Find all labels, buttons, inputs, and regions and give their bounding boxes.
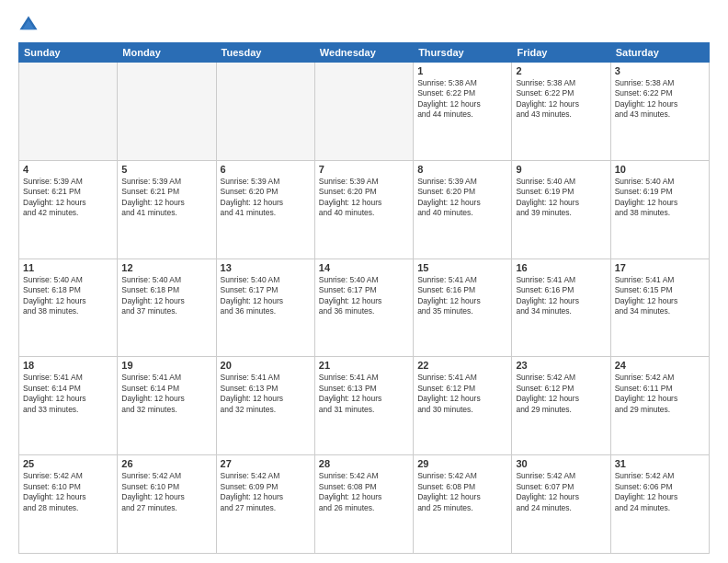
day-info: Sunrise: 5:39 AM Sunset: 6:21 PM Dayligh… bbox=[23, 177, 113, 219]
day-info: Sunrise: 5:41 AM Sunset: 6:14 PM Dayligh… bbox=[23, 373, 113, 415]
calendar-day-30: 30Sunrise: 5:42 AM Sunset: 6:07 PM Dayli… bbox=[512, 455, 610, 554]
calendar-day-26: 26Sunrise: 5:42 AM Sunset: 6:10 PM Dayli… bbox=[118, 455, 216, 554]
day-info: Sunrise: 5:40 AM Sunset: 6:18 PM Dayligh… bbox=[23, 275, 113, 317]
logo-icon bbox=[18, 15, 39, 35]
calendar-day-6: 6Sunrise: 5:39 AM Sunset: 6:20 PM Daylig… bbox=[216, 160, 314, 259]
day-number: 22 bbox=[417, 360, 507, 371]
calendar-day-2: 2Sunrise: 5:38 AM Sunset: 6:22 PM Daylig… bbox=[512, 63, 610, 161]
calendar-empty bbox=[118, 63, 216, 161]
day-info: Sunrise: 5:38 AM Sunset: 6:22 PM Dayligh… bbox=[615, 78, 705, 121]
calendar-day-29: 29Sunrise: 5:42 AM Sunset: 6:08 PM Dayli… bbox=[414, 455, 512, 554]
day-number: 25 bbox=[23, 458, 113, 469]
calendar-day-23: 23Sunrise: 5:42 AM Sunset: 6:12 PM Dayli… bbox=[512, 357, 610, 455]
header bbox=[18, 15, 710, 35]
day-number: 30 bbox=[516, 458, 606, 469]
day-number: 2 bbox=[516, 65, 606, 76]
calendar-day-9: 9Sunrise: 5:40 AM Sunset: 6:19 PM Daylig… bbox=[512, 160, 610, 259]
day-header-saturday: Saturday bbox=[610, 43, 709, 63]
calendar-day-24: 24Sunrise: 5:42 AM Sunset: 6:11 PM Dayli… bbox=[610, 357, 709, 455]
calendar-day-14: 14Sunrise: 5:40 AM Sunset: 6:17 PM Dayli… bbox=[314, 259, 413, 357]
day-info: Sunrise: 5:38 AM Sunset: 6:22 PM Dayligh… bbox=[417, 78, 507, 121]
calendar-day-11: 11Sunrise: 5:40 AM Sunset: 6:18 PM Dayli… bbox=[19, 259, 118, 357]
day-header-thursday: Thursday bbox=[414, 43, 512, 63]
day-info: Sunrise: 5:40 AM Sunset: 6:17 PM Dayligh… bbox=[319, 275, 409, 317]
day-info: Sunrise: 5:41 AM Sunset: 6:13 PM Dayligh… bbox=[221, 373, 311, 415]
day-number: 20 bbox=[221, 360, 311, 371]
day-number: 7 bbox=[319, 164, 409, 175]
calendar-week-5: 25Sunrise: 5:42 AM Sunset: 6:10 PM Dayli… bbox=[19, 455, 710, 554]
calendar-day-31: 31Sunrise: 5:42 AM Sunset: 6:06 PM Dayli… bbox=[610, 455, 709, 554]
day-number: 19 bbox=[121, 360, 211, 371]
day-number: 3 bbox=[615, 65, 705, 76]
day-info: Sunrise: 5:42 AM Sunset: 6:10 PM Dayligh… bbox=[23, 471, 113, 513]
calendar-day-22: 22Sunrise: 5:41 AM Sunset: 6:12 PM Dayli… bbox=[414, 357, 512, 455]
calendar-week-4: 18Sunrise: 5:41 AM Sunset: 6:14 PM Dayli… bbox=[19, 357, 710, 455]
day-number: 10 bbox=[615, 164, 705, 175]
day-info: Sunrise: 5:41 AM Sunset: 6:16 PM Dayligh… bbox=[516, 275, 606, 317]
day-number: 31 bbox=[615, 458, 705, 469]
day-number: 23 bbox=[516, 360, 606, 371]
day-info: Sunrise: 5:40 AM Sunset: 6:18 PM Dayligh… bbox=[121, 275, 211, 317]
day-number: 8 bbox=[417, 164, 507, 175]
day-number: 15 bbox=[417, 262, 507, 273]
day-info: Sunrise: 5:39 AM Sunset: 6:20 PM Dayligh… bbox=[319, 177, 409, 219]
calendar-day-5: 5Sunrise: 5:39 AM Sunset: 6:21 PM Daylig… bbox=[118, 160, 216, 259]
calendar-day-19: 19Sunrise: 5:41 AM Sunset: 6:14 PM Dayli… bbox=[118, 357, 216, 455]
day-number: 13 bbox=[221, 262, 311, 273]
day-number: 16 bbox=[516, 262, 606, 273]
day-number: 9 bbox=[516, 164, 606, 175]
day-info: Sunrise: 5:42 AM Sunset: 6:08 PM Dayligh… bbox=[319, 471, 409, 513]
calendar-day-17: 17Sunrise: 5:41 AM Sunset: 6:15 PM Dayli… bbox=[610, 259, 709, 357]
day-number: 14 bbox=[319, 262, 409, 273]
day-header-wednesday: Wednesday bbox=[314, 43, 413, 63]
day-info: Sunrise: 5:42 AM Sunset: 6:07 PM Dayligh… bbox=[516, 471, 606, 513]
day-info: Sunrise: 5:39 AM Sunset: 6:21 PM Dayligh… bbox=[121, 177, 211, 219]
day-info: Sunrise: 5:41 AM Sunset: 6:14 PM Dayligh… bbox=[121, 373, 211, 415]
calendar-empty bbox=[19, 63, 118, 161]
calendar-day-4: 4Sunrise: 5:39 AM Sunset: 6:21 PM Daylig… bbox=[19, 160, 118, 259]
day-number: 21 bbox=[319, 360, 409, 371]
calendar-day-8: 8Sunrise: 5:39 AM Sunset: 6:20 PM Daylig… bbox=[414, 160, 512, 259]
day-info: Sunrise: 5:42 AM Sunset: 6:06 PM Dayligh… bbox=[615, 471, 705, 513]
day-number: 29 bbox=[417, 458, 507, 469]
day-info: Sunrise: 5:41 AM Sunset: 6:12 PM Dayligh… bbox=[417, 373, 507, 415]
calendar-empty bbox=[216, 63, 314, 161]
day-number: 11 bbox=[23, 262, 113, 273]
calendar-day-10: 10Sunrise: 5:40 AM Sunset: 6:19 PM Dayli… bbox=[610, 160, 709, 259]
day-info: Sunrise: 5:40 AM Sunset: 6:19 PM Dayligh… bbox=[516, 177, 606, 219]
day-number: 5 bbox=[121, 164, 211, 175]
calendar-day-28: 28Sunrise: 5:42 AM Sunset: 6:08 PM Dayli… bbox=[314, 455, 413, 554]
calendar-week-3: 11Sunrise: 5:40 AM Sunset: 6:18 PM Dayli… bbox=[19, 259, 710, 357]
calendar-day-27: 27Sunrise: 5:42 AM Sunset: 6:09 PM Dayli… bbox=[216, 455, 314, 554]
day-number: 18 bbox=[23, 360, 113, 371]
calendar-week-1: 1Sunrise: 5:38 AM Sunset: 6:22 PM Daylig… bbox=[19, 63, 710, 161]
day-number: 4 bbox=[23, 164, 113, 175]
calendar-day-15: 15Sunrise: 5:41 AM Sunset: 6:16 PM Dayli… bbox=[414, 259, 512, 357]
day-number: 24 bbox=[615, 360, 705, 371]
day-number: 6 bbox=[221, 164, 311, 175]
calendar-day-18: 18Sunrise: 5:41 AM Sunset: 6:14 PM Dayli… bbox=[19, 357, 118, 455]
calendar-day-7: 7Sunrise: 5:39 AM Sunset: 6:20 PM Daylig… bbox=[314, 160, 413, 259]
calendar-day-1: 1Sunrise: 5:38 AM Sunset: 6:22 PM Daylig… bbox=[414, 63, 512, 161]
logo bbox=[18, 15, 42, 35]
calendar-day-12: 12Sunrise: 5:40 AM Sunset: 6:18 PM Dayli… bbox=[118, 259, 216, 357]
day-info: Sunrise: 5:40 AM Sunset: 6:17 PM Dayligh… bbox=[221, 275, 311, 317]
day-info: Sunrise: 5:39 AM Sunset: 6:20 PM Dayligh… bbox=[221, 177, 311, 219]
day-info: Sunrise: 5:42 AM Sunset: 6:11 PM Dayligh… bbox=[615, 373, 705, 415]
day-number: 12 bbox=[121, 262, 211, 273]
day-info: Sunrise: 5:40 AM Sunset: 6:19 PM Dayligh… bbox=[615, 177, 705, 219]
day-header-tuesday: Tuesday bbox=[216, 43, 314, 63]
day-info: Sunrise: 5:41 AM Sunset: 6:16 PM Dayligh… bbox=[417, 275, 507, 317]
day-header-friday: Friday bbox=[512, 43, 610, 63]
calendar-day-25: 25Sunrise: 5:42 AM Sunset: 6:10 PM Dayli… bbox=[19, 455, 118, 554]
page: SundayMondayTuesdayWednesdayThursdayFrid… bbox=[0, 0, 728, 563]
calendar-table: SundayMondayTuesdayWednesdayThursdayFrid… bbox=[18, 42, 710, 554]
day-number: 28 bbox=[319, 458, 409, 469]
day-number: 17 bbox=[615, 262, 705, 273]
calendar-day-13: 13Sunrise: 5:40 AM Sunset: 6:17 PM Dayli… bbox=[216, 259, 314, 357]
calendar-empty bbox=[314, 63, 413, 161]
day-info: Sunrise: 5:42 AM Sunset: 6:08 PM Dayligh… bbox=[417, 471, 507, 513]
calendar-day-21: 21Sunrise: 5:41 AM Sunset: 6:13 PM Dayli… bbox=[314, 357, 413, 455]
day-info: Sunrise: 5:39 AM Sunset: 6:20 PM Dayligh… bbox=[417, 177, 507, 219]
day-number: 1 bbox=[417, 65, 507, 76]
